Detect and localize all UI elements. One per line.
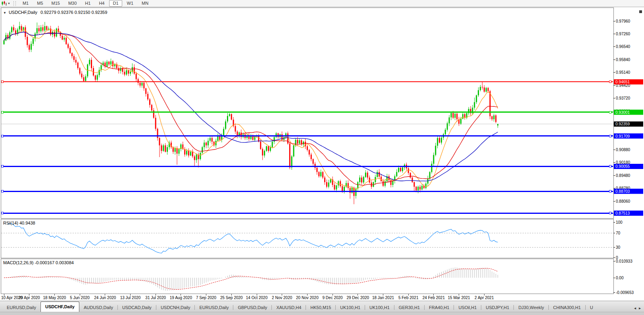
chart-ohlc-values: 0.92279 0.92376 0.92150 0.92359: [40, 10, 107, 15]
chart-tab-usoil-h1[interactable]: USOil,H1: [454, 303, 481, 312]
svg-text:7 Sep 2020: 7 Sep 2020: [196, 296, 217, 300]
svg-text:70: 70: [616, 231, 621, 235]
line-handle: [609, 190, 611, 192]
macd-pane: [1, 259, 613, 294]
svg-text:0.89480: 0.89480: [616, 173, 631, 178]
svg-text:25 Sep 2020: 25 Sep 2020: [220, 296, 243, 300]
svg-text:2 Nov 2020: 2 Nov 2020: [272, 296, 292, 300]
chart-title-bar: ▼USDCHF,Daily0.92279 0.92376 0.92150 0.9…: [3, 10, 107, 15]
chart-tab-usdjpy-h1[interactable]: USDJPY,H1: [481, 303, 513, 312]
svg-text:18 Jan 2021: 18 Jan 2021: [372, 296, 394, 300]
line-handle: [2, 190, 4, 192]
collapse-chart-icon[interactable]: ▼: [3, 11, 6, 15]
svg-text:29 Dec 2020: 29 Dec 2020: [346, 296, 369, 300]
svg-text:29 Apr 2020: 29 Apr 2020: [19, 296, 40, 300]
svg-text:24 Jun 2020: 24 Jun 2020: [94, 296, 116, 300]
svg-text:24 Feb 2021: 24 Feb 2021: [423, 296, 445, 300]
chart-tab-hk50-m15[interactable]: HK50,M15: [306, 303, 335, 312]
line-handle: [609, 111, 611, 113]
chart-canvas[interactable]: 0.979600.972600.965400.958400.951400.944…: [0, 0, 644, 315]
macd-indicator-label: MACD(12,26,9) -0.000167 0.003084: [3, 260, 74, 265]
svg-text:20 Nov 2020: 20 Nov 2020: [296, 296, 319, 300]
rsi-indicator-label: RSI(14) 40.9438: [3, 221, 35, 225]
svg-text:0.95840: 0.95840: [616, 58, 631, 62]
svg-text:0.97260: 0.97260: [616, 32, 631, 36]
chart-shift-marker: [639, 10, 642, 13]
line-handle: [2, 135, 4, 137]
chart-tab-usdcnh-daily[interactable]: USDCNH,Daily: [156, 303, 195, 312]
main-price-pane: [1, 8, 613, 218]
svg-text:30: 30: [616, 245, 621, 250]
svg-text:13 Jul 2020: 13 Jul 2020: [120, 296, 141, 300]
svg-text:0.93001: 0.93001: [615, 110, 630, 115]
line-handle: [609, 165, 611, 167]
time-axis[interactable]: 10 Apr 202029 Apr 202018 May 20205 Jun 2…: [1, 294, 494, 300]
chart-tab-ger30-h1[interactable]: GER30,H1: [394, 303, 424, 312]
chart-symbol-label: USDCHF,Daily: [9, 10, 37, 15]
status-strip: [0, 312, 644, 315]
svg-text:2 Apr 2021: 2 Apr 2021: [475, 296, 494, 300]
svg-text:0.94651: 0.94651: [615, 80, 630, 84]
svg-text:14 Oct 2020: 14 Oct 2020: [246, 296, 268, 300]
line-handle: [609, 135, 611, 137]
tab-scroll-buttons: ◂▸: [632, 306, 644, 312]
chart-tab-fra40-h1[interactable]: FRA40,H1: [425, 303, 454, 312]
svg-text:0.92359: 0.92359: [615, 122, 630, 126]
svg-text:31 Jul 2020: 31 Jul 2020: [145, 296, 166, 300]
tab-scroll-left-icon[interactable]: ◂: [634, 306, 636, 310]
svg-text:15 Mar 2021: 15 Mar 2021: [448, 296, 471, 300]
chart-tab-usdchf-daily[interactable]: USDCHF,Daily: [40, 302, 79, 312]
chart-tab-eurusd-daily[interactable]: EURUSD,Daily: [195, 303, 233, 312]
svg-text:9 Dec 2020: 9 Dec 2020: [323, 296, 343, 300]
svg-text:-0.009653: -0.009653: [616, 290, 634, 295]
svg-text:0.90880: 0.90880: [616, 148, 631, 152]
svg-text:0.87513: 0.87513: [615, 211, 630, 215]
svg-text:0.95140: 0.95140: [616, 70, 631, 75]
rsi-pane: [1, 219, 613, 258]
svg-text:5 Jun 2020: 5 Jun 2020: [70, 296, 90, 300]
line-handle: [2, 111, 4, 113]
chart-tab-eurusd-daily[interactable]: EURUSD,Daily: [2, 303, 40, 312]
line-handle: [2, 81, 4, 83]
price-scale[interactable]: 0.979600.972600.965400.958400.951400.944…: [613, 19, 643, 217]
svg-text:18 May 2020: 18 May 2020: [43, 296, 66, 300]
tab-scroll-right-icon[interactable]: ▸: [639, 306, 641, 310]
line-handle: [609, 212, 611, 214]
svg-text:0.88703: 0.88703: [615, 189, 630, 194]
svg-text:0.88060: 0.88060: [616, 199, 631, 204]
svg-text:0.97960: 0.97960: [616, 19, 631, 23]
svg-text:5 Feb 2021: 5 Feb 2021: [398, 296, 419, 300]
chart-tab-usdcad-daily[interactable]: USDCAD,Daily: [118, 303, 156, 312]
chart-tab-xauusd-h4[interactable]: XAUUSD,H4: [272, 303, 306, 312]
svg-text:0.010933: 0.010933: [616, 259, 632, 263]
line-handle: [609, 81, 611, 83]
line-handle: [2, 165, 4, 167]
chart-tab-u[interactable]: U: [586, 303, 598, 312]
svg-text:19 Aug 2020: 19 Aug 2020: [170, 296, 192, 300]
chart-tab-gbpusd-daily[interactable]: GBPUSD,Daily: [233, 303, 271, 312]
pane-frames: [1, 8, 642, 294]
chart-tab-china300-h1[interactable]: CHINA300,H1: [549, 303, 585, 312]
svg-text:0.91709: 0.91709: [615, 134, 630, 138]
chart-tabs-bar: EURUSD,DailyUSDCHF,DailyAUDUSD,DailyUSDC…: [0, 301, 644, 312]
chart-tab-audusd-daily[interactable]: AUDUSD,Daily: [79, 303, 117, 312]
svg-text:0.90055: 0.90055: [615, 164, 630, 169]
line-handle: [2, 212, 4, 214]
chart-tab-uk100-h1[interactable]: UK100,H1: [365, 303, 394, 312]
svg-text:0.93720: 0.93720: [616, 96, 631, 100]
svg-text:0.00: 0.00: [616, 276, 624, 280]
chart-tab-uk100-h1[interactable]: UK100,H1: [336, 303, 365, 312]
svg-text:0.96540: 0.96540: [616, 44, 631, 49]
chart-tab-dj30-weekly[interactable]: DJ30,Weekly: [514, 303, 548, 312]
trading-terminal-window: ▼ M1M5M15M30H1H4D1W1MN 0.979600.972600.9…: [0, 0, 644, 315]
svg-text:100: 100: [616, 220, 623, 225]
